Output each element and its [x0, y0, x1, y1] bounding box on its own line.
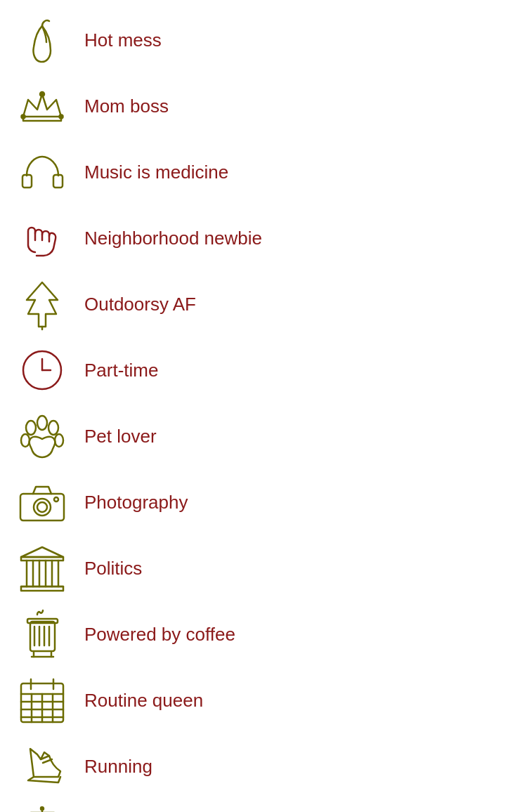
list-item[interactable]: Outdoorsy AF	[0, 271, 527, 337]
shoe-icon	[14, 742, 70, 791]
svg-point-54	[41, 807, 44, 810]
svg-point-18	[54, 497, 58, 502]
calendar-icon	[14, 676, 70, 725]
item-label: Part-time	[84, 360, 158, 381]
list-item[interactable]: Hot mess	[0, 7, 527, 73]
svg-point-13	[21, 434, 30, 447]
item-label: Mom boss	[84, 96, 169, 117]
list-item[interactable]: Politics	[0, 535, 527, 601]
svg-rect-4	[53, 175, 63, 188]
chili-icon	[14, 15, 70, 65]
paw-icon	[14, 412, 70, 461]
svg-point-2	[60, 114, 63, 118]
tree-icon	[14, 280, 70, 329]
item-label: Photography	[84, 492, 188, 513]
clock-icon	[14, 346, 70, 395]
item-label: Routine queen	[84, 690, 203, 712]
item-label: Hot mess	[84, 30, 162, 51]
list-item[interactable]: Routine queen	[0, 667, 527, 733]
svg-point-10	[26, 421, 36, 435]
item-label: Pet lover	[84, 426, 157, 447]
list-item[interactable]: Neighborhood newbie	[0, 205, 527, 271]
item-label: Politics	[84, 558, 142, 579]
svg-point-16	[34, 499, 51, 516]
svg-marker-19	[21, 547, 63, 557]
list-item[interactable]: Pet lover	[0, 403, 527, 469]
list-item[interactable]: Photography	[0, 469, 527, 535]
items-list: Hot mess Mom boss	[0, 0, 527, 812]
svg-point-0	[40, 92, 44, 96]
list-item[interactable]: Music is medicine	[0, 139, 527, 205]
svg-point-12	[48, 421, 58, 435]
list-item[interactable]: Science-savvy	[0, 799, 527, 812]
item-label: Running	[84, 756, 152, 778]
svg-point-14	[55, 434, 63, 447]
camera-icon	[14, 478, 70, 527]
item-label: Powered by coffee	[84, 624, 235, 646]
item-label: Music is medicine	[84, 162, 228, 183]
svg-point-1	[22, 114, 25, 118]
list-item[interactable]: Running	[0, 733, 527, 799]
svg-marker-5	[27, 282, 58, 327]
item-label: Neighborhood newbie	[84, 228, 262, 249]
list-item[interactable]: Part-time	[0, 337, 527, 403]
headphones-icon	[14, 148, 70, 197]
hand-wave-icon	[14, 214, 70, 263]
item-label: Outdoorsy AF	[84, 294, 196, 315]
svg-rect-3	[22, 175, 32, 188]
list-item[interactable]: Powered by coffee	[0, 601, 527, 667]
svg-point-17	[37, 502, 47, 512]
list-item[interactable]: Mom boss	[0, 73, 527, 139]
crown-icon	[14, 81, 70, 131]
robot-icon	[14, 808, 70, 812]
svg-point-11	[37, 416, 47, 430]
coffee-icon	[14, 610, 70, 659]
svg-rect-22	[21, 587, 63, 591]
building-icon	[14, 544, 70, 593]
